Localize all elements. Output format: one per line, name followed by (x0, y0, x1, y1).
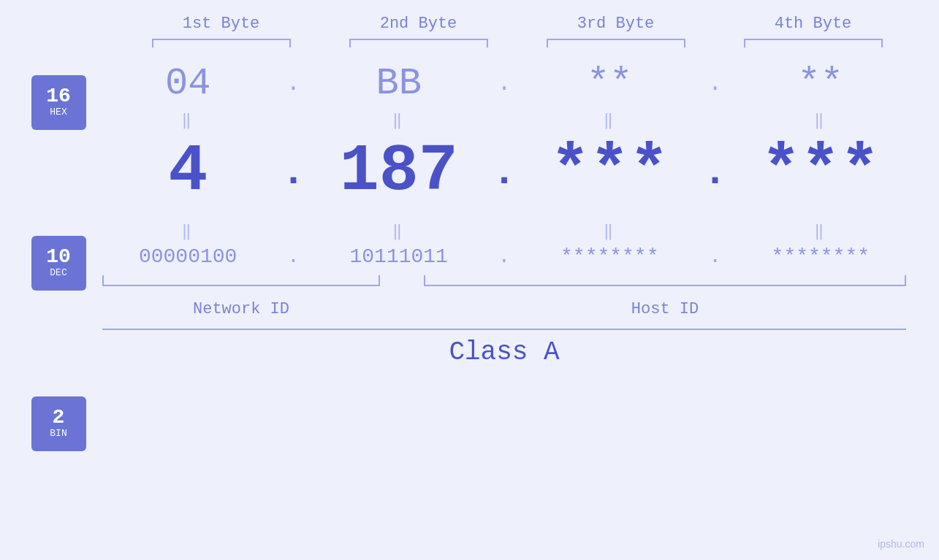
dec-byte1: 4 (107, 134, 268, 209)
eq8: ‖ (740, 221, 901, 241)
bin-byte2: 10111011 (319, 245, 479, 268)
byte2-header: 2nd Byte (338, 15, 499, 33)
badges-column: 16 HEX 10 DEC 2 BIN (0, 62, 102, 459)
bin-dot2: . (490, 245, 519, 268)
hex-dot1: . (278, 70, 308, 97)
class-line (102, 329, 906, 330)
dec-badge-num: 10 (46, 247, 71, 267)
bin-dot1: . (278, 245, 308, 268)
bracket-byte3 (547, 39, 685, 47)
host-bracket (424, 275, 906, 286)
dec-dot2: . (490, 150, 519, 209)
watermark: ipshu.com (878, 538, 924, 550)
byte4-header: 4th Byte (733, 15, 894, 33)
bracket-byte2 (349, 39, 488, 47)
eq5: ‖ (107, 221, 268, 241)
byte3-header: 3rd Byte (536, 15, 696, 33)
dec-dot1: . (278, 150, 308, 209)
class-label: Class A (449, 337, 559, 367)
bin-byte3: ******** (529, 245, 690, 268)
class-area: Class A (102, 329, 906, 367)
eq1: ‖ (107, 110, 268, 130)
hex-dot3: . (701, 70, 730, 97)
hex-row: 04 . BB . ** . ** (102, 62, 906, 105)
dec-byte2: 187 (319, 134, 479, 209)
dec-row: 4 . 187 . *** . *** (102, 134, 906, 216)
dec-byte3: *** (529, 134, 690, 209)
dec-badge: 10 DEC (31, 236, 86, 291)
network-id-label: Network ID (102, 300, 380, 318)
hex-byte1: 04 (107, 62, 268, 105)
network-bracket (102, 275, 380, 286)
bracket-byte1 (152, 39, 291, 47)
bin-byte1: 00000100 (107, 245, 268, 268)
eq3: ‖ (529, 110, 690, 130)
eq2: ‖ (319, 110, 479, 130)
hex-badge-num: 16 (46, 86, 71, 107)
host-id-label: Host ID (424, 300, 906, 318)
main-container: 1st Byte 2nd Byte 3rd Byte 4th Byte 16 H… (0, 0, 939, 560)
top-brackets (123, 39, 912, 47)
equals-row-2: ‖ ‖ ‖ ‖ (102, 216, 906, 245)
eq4: ‖ (740, 110, 901, 130)
bracket-byte4 (744, 39, 883, 47)
bin-badge-num: 2 (53, 407, 65, 428)
bin-dot3: . (701, 245, 730, 268)
eq7: ‖ (529, 221, 690, 241)
hex-badge: 16 HEX (31, 75, 86, 130)
bin-row: 00000100 . 10111011 . ******** . *******… (102, 245, 906, 268)
bin-byte4: ******** (740, 245, 901, 268)
dec-badge-label: DEC (50, 267, 66, 280)
hex-dot2: . (490, 70, 519, 97)
bin-badge-label: BIN (50, 428, 66, 440)
equals-row-1: ‖ ‖ ‖ ‖ (102, 105, 906, 134)
bottom-brackets-container (102, 275, 906, 297)
hex-byte2: BB (319, 62, 479, 105)
hex-byte4: ** (740, 62, 901, 105)
eq6: ‖ (319, 221, 479, 241)
hex-byte3: ** (529, 62, 690, 105)
byte1-header: 1st Byte (141, 15, 302, 33)
dec-byte4: *** (740, 134, 901, 209)
bin-badge: 2 BIN (31, 396, 86, 451)
values-grid: 04 . BB . ** . ** ‖ ‖ ‖ ‖ 4 . (102, 62, 939, 367)
content-area: 16 HEX 10 DEC 2 BIN 04 . BB . ** (0, 62, 939, 459)
dec-dot3: . (701, 150, 730, 209)
labels-row: Network ID Host ID (102, 300, 906, 318)
hex-badge-label: HEX (50, 107, 66, 119)
byte-headers: 1st Byte 2nd Byte 3rd Byte 4th Byte (123, 15, 912, 33)
